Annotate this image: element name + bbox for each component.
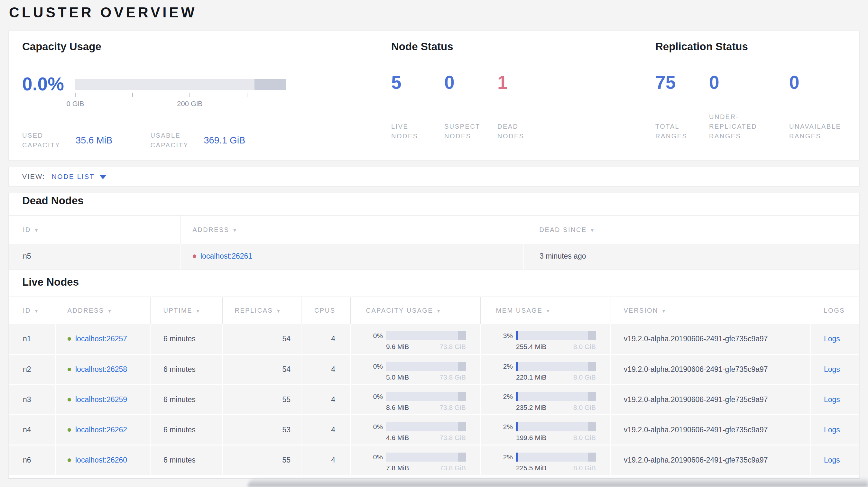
node-cpus-cell: 4 <box>301 324 350 355</box>
logs-link[interactable]: Logs <box>824 426 840 434</box>
capacity-percent-label: 0% <box>366 393 383 400</box>
node-address-link[interactable]: localhost:26262 <box>75 426 127 434</box>
node-address-link[interactable]: localhost:26258 <box>75 365 127 374</box>
live-node-row: n3 localhost:26259 6 minutes 55 4 0% 8.6… <box>9 385 860 415</box>
column-header-id[interactable]: ID▼ <box>9 297 56 324</box>
used-capacity-value: 35.6 MiB <box>75 135 112 146</box>
node-live-status-icon <box>68 428 71 432</box>
node-address-link[interactable]: localhost:26259 <box>75 395 127 404</box>
node-address-link[interactable]: localhost:26260 <box>75 456 127 464</box>
capacity-nonusable-segment <box>458 331 466 340</box>
total-ranges-count: 75 <box>655 73 676 92</box>
node-cpus-cell: 4 <box>301 355 350 385</box>
node-dead-status-icon <box>193 254 196 258</box>
mem-reserved-segment <box>588 362 596 371</box>
node-live-status-icon <box>68 337 71 340</box>
node-id-cell: n1 <box>9 324 56 355</box>
live-node-row: n6 localhost:26260 6 minutes 55 4 0% 7.8… <box>9 445 860 476</box>
capacity-percent-label: 0% <box>366 423 383 431</box>
column-header-label: UPTIME <box>163 307 193 314</box>
logs-link[interactable]: Logs <box>824 334 840 343</box>
dead-nodes-label: DEAD NODES <box>497 122 539 141</box>
sort-arrow-icon: ▼ <box>276 309 281 314</box>
logs-link[interactable]: Logs <box>824 456 840 464</box>
node-address-cell: localhost:26261 <box>180 244 524 269</box>
suspect-nodes-count: 0 <box>444 73 455 92</box>
node-replicas-cell: 55 <box>222 385 301 415</box>
node-mem-usage-cell: 2% 225.5 MiB 8.0 GiB <box>480 445 611 476</box>
node-status-title: Node Status <box>391 40 649 53</box>
column-header-mem[interactable]: MEM USAGE▼ <box>480 297 611 324</box>
under-replicated-ranges-count: 0 <box>709 73 719 92</box>
mem-percent-label: 2% <box>496 453 513 461</box>
mem-usage-bar <box>516 392 596 401</box>
capacity-usage-bar <box>386 422 466 431</box>
node-uptime-cell: 6 minutes <box>150 445 222 476</box>
capacity-usage-section: Capacity Usage 0.0% 0 GiB 200 GiB USED C… <box>22 40 363 152</box>
column-header-dead-since[interactable]: DEAD SINCE▼ <box>524 216 860 244</box>
mem-reserved-segment <box>588 392 596 401</box>
capacity-total-value: 73.8 GiB <box>439 434 466 442</box>
node-cpus-cell: 4 <box>301 415 350 445</box>
under-replicated-ranges-label: UNDER-REPLICATED RANGES <box>709 112 781 141</box>
node-uptime-cell: 6 minutes <box>150 385 222 415</box>
mem-total-value: 8.0 GiB <box>573 404 596 412</box>
column-header-label: ADDRESS <box>68 307 104 314</box>
node-address-cell: localhost:26259 <box>56 385 150 415</box>
column-header-version[interactable]: VERSION▼ <box>611 297 811 324</box>
live-node-row: n2 localhost:26258 6 minutes 54 4 0% 5.0… <box>9 355 860 385</box>
sort-arrow-icon: ▼ <box>661 309 666 314</box>
mem-reserved-segment <box>588 422 596 431</box>
column-header-address[interactable]: ADDRESS▼ <box>56 297 150 324</box>
column-header-capacity[interactable]: CAPACITY USAGE▼ <box>350 297 480 324</box>
column-header-uptime[interactable]: UPTIME▼ <box>150 297 222 324</box>
column-header-address[interactable]: ADDRESS▼ <box>180 216 524 244</box>
node-mem-usage-cell: 2% 199.6 MiB 8.0 GiB <box>480 415 611 445</box>
node-logs-cell: Logs <box>811 324 860 355</box>
node-address-link[interactable]: localhost:26261 <box>200 252 252 260</box>
replication-status-section: Replication Status 75 TOTAL RANGES 0 UND… <box>655 40 858 152</box>
column-header-label: ID <box>23 307 31 314</box>
usable-capacity-label: USABLE CAPACITY <box>150 131 195 150</box>
sort-arrow-icon: ▼ <box>436 309 441 314</box>
node-logs-cell: Logs <box>811 385 860 415</box>
view-dropdown[interactable]: NODE LIST <box>52 173 106 181</box>
dead-nodes-count: 1 <box>497 73 508 92</box>
column-header-label: ADDRESS <box>193 226 229 233</box>
axis-tick-label: 0 GiB <box>66 100 84 108</box>
dead-node-row: n5 localhost:26261 3 minutes ago <box>9 244 860 269</box>
capacity-usage-bar <box>386 453 466 462</box>
capacity-usage-bar <box>386 392 466 401</box>
live-node-row: n4 localhost:26262 6 minutes 53 4 0% 4.6… <box>9 415 860 445</box>
live-nodes-title: Live Nodes <box>22 276 79 288</box>
capacity-total-value: 73.8 GiB <box>439 374 466 381</box>
mem-used-value: 220.1 MiB <box>516 374 547 381</box>
node-id-cell: n2 <box>9 355 56 385</box>
node-live-status-icon <box>68 458 71 462</box>
mem-percent-label: 2% <box>496 393 513 400</box>
column-header-replicas[interactable]: REPLICAS▼ <box>222 297 301 324</box>
capacity-used-value: 5.0 MiB <box>386 374 409 381</box>
sort-arrow-icon: ▼ <box>546 309 550 314</box>
mem-percent-label: 2% <box>496 423 513 431</box>
node-cpus-cell: 4 <box>301 445 350 476</box>
sort-arrow-icon: ▼ <box>196 309 200 314</box>
mem-used-value: 255.4 MiB <box>516 343 547 351</box>
node-address-cell: localhost:26258 <box>56 355 150 385</box>
node-address-cell: localhost:26260 <box>56 445 150 476</box>
logs-link[interactable]: Logs <box>824 365 840 374</box>
column-header-id[interactable]: ID▼ <box>9 216 180 244</box>
node-capacity-usage-cell: 0% 4.6 MiB 73.8 GiB <box>350 415 480 445</box>
live-nodes-label: LIVE NODES <box>391 122 433 141</box>
node-version-cell: v19.2.0-alpha.20190606-2491-gfe735c9a97 <box>611 415 811 445</box>
node-id-cell: n3 <box>9 385 56 415</box>
sort-arrow-icon: ▼ <box>590 228 594 233</box>
live-nodes-count: 5 <box>391 73 402 92</box>
node-capacity-usage-cell: 0% 9.6 MiB 73.8 GiB <box>350 324 480 355</box>
mem-total-value: 8.0 GiB <box>573 464 596 472</box>
capacity-used-value: 8.6 MiB <box>386 404 409 412</box>
node-logs-cell: Logs <box>811 355 860 385</box>
node-address-link[interactable]: localhost:26257 <box>75 334 127 343</box>
logs-link[interactable]: Logs <box>824 395 840 404</box>
used-capacity-label: USED CAPACITY <box>22 131 67 150</box>
